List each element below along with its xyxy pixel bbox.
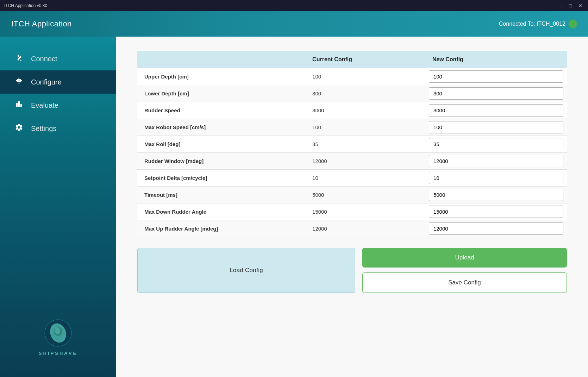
param-name: Lower Depth [cm] xyxy=(137,85,305,102)
sidebar-item-configure[interactable]: Configure xyxy=(0,70,116,94)
sidebar: Connect Configure Evaluate xyxy=(0,37,116,377)
current-value: 5000 xyxy=(305,187,425,203)
new-config-cell xyxy=(425,170,567,187)
chart-icon xyxy=(14,100,24,111)
current-value: 12000 xyxy=(305,153,425,170)
titlebar-title: ITCH Application v0.80 xyxy=(4,3,47,8)
sidebar-item-evaluate[interactable]: Evaluate xyxy=(0,94,116,117)
new-config-input-0[interactable] xyxy=(429,70,563,83)
new-config-input-4[interactable] xyxy=(429,138,563,150)
table-row: Rudder Speed3000 xyxy=(137,102,567,119)
param-name: Rudder Speed xyxy=(137,102,305,119)
table-header-row: Current Config New Config xyxy=(137,51,567,68)
current-value: 12000 xyxy=(305,220,425,237)
new-config-input-2[interactable] xyxy=(429,104,563,117)
connect-label: Connect xyxy=(31,55,57,63)
config-table: Current Config New Config Upper Depth [c… xyxy=(137,51,567,237)
new-config-input-3[interactable] xyxy=(429,121,563,133)
titlebar-controls: — □ ✕ xyxy=(557,2,584,9)
settings-label: Settings xyxy=(31,125,56,133)
col-param-header xyxy=(137,51,305,68)
table-row: Max Roll [deg]35 xyxy=(137,136,567,153)
current-value: 100 xyxy=(305,119,425,136)
bluetooth-icon xyxy=(14,54,24,64)
col-current-header: Current Config xyxy=(305,51,425,68)
new-config-input-9[interactable] xyxy=(429,222,563,235)
upload-button[interactable]: Upload xyxy=(362,248,567,268)
body: Connect Configure Evaluate xyxy=(0,37,588,377)
titlebar: ITCH Application v0.80 — □ ✕ xyxy=(0,0,588,11)
current-value: 15000 xyxy=(305,203,425,220)
load-config-button[interactable]: Load Config xyxy=(137,248,355,293)
new-config-cell xyxy=(425,85,567,102)
header: ITCH Application Connected To: ITCH_0012 xyxy=(0,11,588,37)
param-name: Setpoint Delta [cm/cycle] xyxy=(137,170,305,187)
table-row: Max Up Rudder Angle [mdeg]12000 xyxy=(137,220,567,237)
status-dot-green xyxy=(569,20,577,28)
configure-label: Configure xyxy=(31,78,62,86)
new-config-input-1[interactable] xyxy=(429,87,563,100)
table-row: Setpoint Delta [cm/cycle]10 xyxy=(137,170,567,187)
new-config-cell xyxy=(425,153,567,170)
new-config-input-6[interactable] xyxy=(429,172,563,184)
connection-status: Connected To: ITCH_0012 xyxy=(499,20,577,28)
current-value: 100 xyxy=(305,68,425,85)
param-name: Max Robot Speed [cm/s] xyxy=(137,119,305,136)
button-row: Load Config Upload Save Config xyxy=(137,248,567,293)
settings-icon xyxy=(14,123,24,134)
app-title: ITCH Application xyxy=(11,19,72,29)
new-config-input-5[interactable] xyxy=(429,155,563,167)
table-row: Max Down Rudder Angle15000 xyxy=(137,203,567,220)
param-name: Max Up Rudder Angle [mdeg] xyxy=(137,220,305,237)
table-row: Rudder Window [mdeg]12000 xyxy=(137,153,567,170)
new-config-cell xyxy=(425,187,567,203)
sidebar-logo: SHIPSHAVE xyxy=(0,308,116,366)
current-value: 10 xyxy=(305,170,425,187)
param-name: Max Down Rudder Angle xyxy=(137,203,305,220)
logo-text: SHIPSHAVE xyxy=(39,351,77,356)
main-content: Current Config New Config Upper Depth [c… xyxy=(116,37,588,377)
table-row: Timeout [ms]5000 xyxy=(137,187,567,203)
new-config-input-7[interactable] xyxy=(429,189,563,201)
table-row: Lower Depth [cm]300 xyxy=(137,85,567,102)
param-name: Rudder Window [mdeg] xyxy=(137,153,305,170)
maximize-button[interactable]: □ xyxy=(567,2,574,9)
param-name: Timeout [ms] xyxy=(137,187,305,203)
new-config-cell xyxy=(425,119,567,136)
current-value: 300 xyxy=(305,85,425,102)
close-button[interactable]: ✕ xyxy=(577,2,584,9)
usb-icon xyxy=(14,77,24,87)
sidebar-item-settings[interactable]: Settings xyxy=(0,117,116,140)
table-row: Upper Depth [cm]100 xyxy=(137,68,567,85)
current-value: 3000 xyxy=(305,102,425,119)
new-config-cell xyxy=(425,68,567,85)
minimize-button[interactable]: — xyxy=(557,2,564,9)
evaluate-label: Evaluate xyxy=(31,101,58,109)
logo-graphic xyxy=(44,319,72,347)
new-config-cell xyxy=(425,136,567,153)
right-buttons: Upload Save Config xyxy=(362,248,567,293)
table-row: Max Robot Speed [cm/s]100 xyxy=(137,119,567,136)
new-config-cell xyxy=(425,220,567,237)
param-name: Upper Depth [cm] xyxy=(137,68,305,85)
new-config-input-8[interactable] xyxy=(429,206,563,218)
app-container: ITCH Application Connected To: ITCH_0012… xyxy=(0,11,588,377)
save-config-button[interactable]: Save Config xyxy=(362,272,567,293)
param-name: Max Roll [deg] xyxy=(137,136,305,153)
col-new-header: New Config xyxy=(425,51,567,68)
connection-label: Connected To: ITCH_0012 xyxy=(499,21,565,27)
new-config-cell xyxy=(425,203,567,220)
new-config-cell xyxy=(425,102,567,119)
sidebar-item-connect[interactable]: Connect xyxy=(0,47,116,70)
current-value: 35 xyxy=(305,136,425,153)
